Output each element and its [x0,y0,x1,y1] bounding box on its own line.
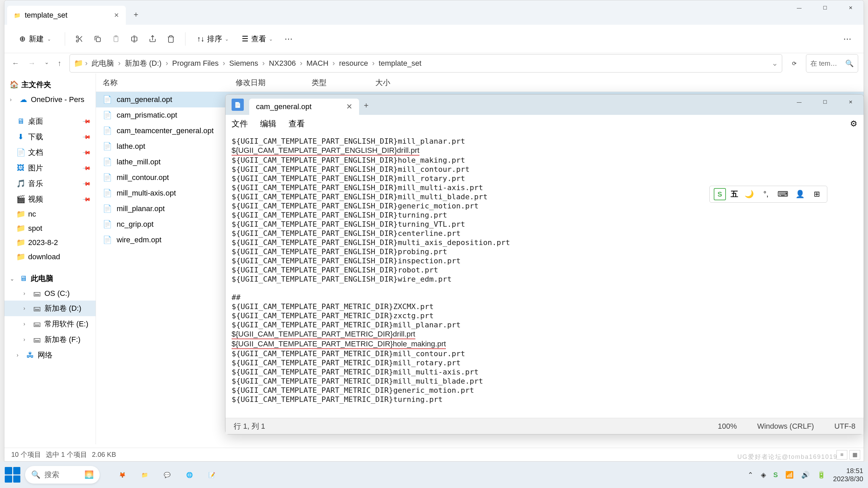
chevron-right-icon[interactable]: › [23,290,29,297]
breadcrumb-segment[interactable]: MACH [304,58,331,69]
close-button[interactable]: ✕ [838,95,864,109]
person-icon[interactable]: 👤 [794,188,806,200]
app-wechat[interactable]: 💬 [158,466,176,484]
icons-view-button[interactable]: ▦ [849,450,860,460]
breadcrumb-segment[interactable]: 此电脑 [90,57,116,70]
back-button[interactable]: ← [10,57,21,70]
new-tab-button[interactable]: + [364,101,369,110]
breadcrumb[interactable]: 📁 › 此电脑› 新加卷 (D:)› Program Files› Siemen… [70,54,782,73]
maximize-button[interactable]: ☐ [812,0,838,15]
sidebar-drive-item[interactable]: ›🖴新加卷 (F:) [4,332,96,347]
chevron-down-icon[interactable]: ⌄ [10,276,16,282]
chevron-down-icon[interactable]: ⌄ [772,59,778,68]
delete-button[interactable] [165,33,177,45]
chevron-up-icon[interactable]: ⌃ [748,471,753,479]
chevron-right-icon[interactable]: › [23,337,29,343]
tray-icon[interactable]: ◈ [761,471,766,479]
breadcrumb-segment[interactable]: Siemens [227,58,260,69]
forward-button[interactable]: → [26,57,38,70]
chevron-right-icon[interactable]: › [17,352,23,358]
sidebar-quick-item[interactable]: 🖼图片📌 [4,160,96,176]
sidebar-this-pc[interactable]: ⌄ 🖥 此电脑 [4,271,96,286]
moon-icon[interactable]: 🌙 [743,188,755,200]
explorer-tab[interactable]: 📁 template_set ✕ [7,6,126,25]
taskbar-search[interactable]: 🔍 搜索 🌅 [25,466,100,484]
copy-button[interactable] [92,33,104,45]
col-type[interactable]: 类型 [309,74,373,92]
minimize-button[interactable]: — [786,0,812,15]
sidebar-onedrive[interactable]: › ☁ OneDrive - Pers [4,93,96,107]
sidebar-quick-item[interactable]: ⬇下载📌 [4,129,96,145]
new-tab-button[interactable]: + [129,10,143,19]
sidebar-home[interactable]: 🏠 主文件夹 [4,77,96,93]
breadcrumb-segment[interactable]: resource [337,58,370,69]
recent-button[interactable]: ⌄ [42,57,51,70]
clock[interactable]: 18:51 2023/8/30 [833,467,863,483]
minimize-button[interactable]: — [786,95,812,109]
sidebar-network[interactable]: › 🖧 网络 [4,347,96,363]
sidebar-drive-item[interactable]: ›🖴常用软件 (E:) [4,316,96,332]
ime-logo-icon: S [714,188,726,200]
app-notepad[interactable]: 📝 [203,466,221,484]
app-edge[interactable]: 🌐 [180,466,199,484]
close-tab-icon[interactable]: ✕ [346,102,352,111]
start-button[interactable] [5,467,20,483]
close-button[interactable]: ✕ [838,0,864,15]
sort-button[interactable]: ↑↓ 排序 ⌄ [194,32,232,46]
col-size[interactable]: 大小 [373,74,420,92]
rename-button[interactable] [128,33,140,45]
col-name[interactable]: 名称 [96,74,233,92]
volume-icon[interactable]: 🔊 [801,471,810,479]
wifi-icon[interactable]: 📶 [785,471,794,479]
refresh-button[interactable]: ⟳ [785,54,803,73]
close-tab-icon[interactable]: ✕ [114,12,119,19]
chevron-right-icon[interactable]: › [23,305,29,311]
col-date[interactable]: 修改日期 [233,74,309,92]
sidebar-quick-item[interactable]: 🎵音乐📌 [4,176,96,191]
breadcrumb-segment[interactable]: template_set [377,58,423,69]
paste-button[interactable] [110,33,122,45]
breadcrumb-segment[interactable]: Program Files [170,58,221,69]
app-firefox[interactable]: 🦊 [113,466,132,484]
new-button[interactable]: ⊕ 新建 ⌄ [14,31,57,47]
sidebar-quick-item[interactable]: 📁2023-8-2 [4,236,96,250]
ime-tray-icon[interactable]: S [773,471,778,479]
sidebar-drive-item[interactable]: ›🖴新加卷 (D:) [4,301,96,316]
sidebar-quick-item[interactable]: 🖥桌面📌 [4,114,96,129]
sidebar-drive-item[interactable]: ›🖴OS (C:) [4,286,96,301]
sidebar-quick-item[interactable]: 📄文档📌 [4,145,96,160]
keyboard-icon[interactable]: ⌨ [777,188,789,200]
ime-toolbar[interactable]: S 五 🌙 °, ⌨ 👤 ⊞ [709,186,827,203]
sidebar-quick-item[interactable]: 🎬视频📌 [4,191,96,207]
ime-mode[interactable]: 五 [731,189,738,199]
sidebar-quick-item[interactable]: 📁download [4,250,96,264]
sidebar-quick-item[interactable]: 📁spot [4,221,96,236]
notepad-content[interactable]: ${UGII_CAM_TEMPLATE_PART_ENGLISH_DIR}mil… [225,133,864,418]
maximize-button[interactable]: ☐ [812,95,838,109]
notepad-tab[interactable]: cam_general.opt ✕ [249,99,359,115]
grid-icon[interactable]: ⊞ [811,188,823,200]
file-icon: 📄 [103,189,112,198]
app-explorer[interactable]: 📁 [136,466,154,484]
battery-icon[interactable]: 🔋 [817,471,826,479]
view-button[interactable]: ☰ 查看 ⌄ [238,32,276,46]
punct-icon[interactable]: °, [760,188,772,200]
details-view-button[interactable]: ≡ [836,450,847,460]
up-button[interactable]: ↑ [56,57,63,70]
menu-edit[interactable]: 编辑 [260,118,276,129]
menu-view[interactable]: 查看 [289,118,305,129]
menu-file[interactable]: 文件 [232,118,248,129]
sidebar-quick-item[interactable]: 📁nc [4,207,96,221]
download-icon: ⬇ [17,133,25,141]
chevron-right-icon[interactable]: › [10,97,16,103]
overflow-button[interactable]: ⋯ [841,33,853,45]
notepad-app-icon: 📄 [232,99,244,111]
breadcrumb-segment[interactable]: 新加卷 (D:) [123,57,164,70]
breadcrumb-segment[interactable]: NX2306 [267,58,298,69]
chevron-right-icon[interactable]: › [23,321,29,327]
more-button[interactable]: ⋯ [282,33,295,45]
cut-button[interactable] [73,33,85,45]
search-input[interactable]: 在 tem… 🔍 [806,54,858,73]
settings-icon[interactable]: ⚙ [850,119,857,128]
share-button[interactable] [146,33,159,45]
